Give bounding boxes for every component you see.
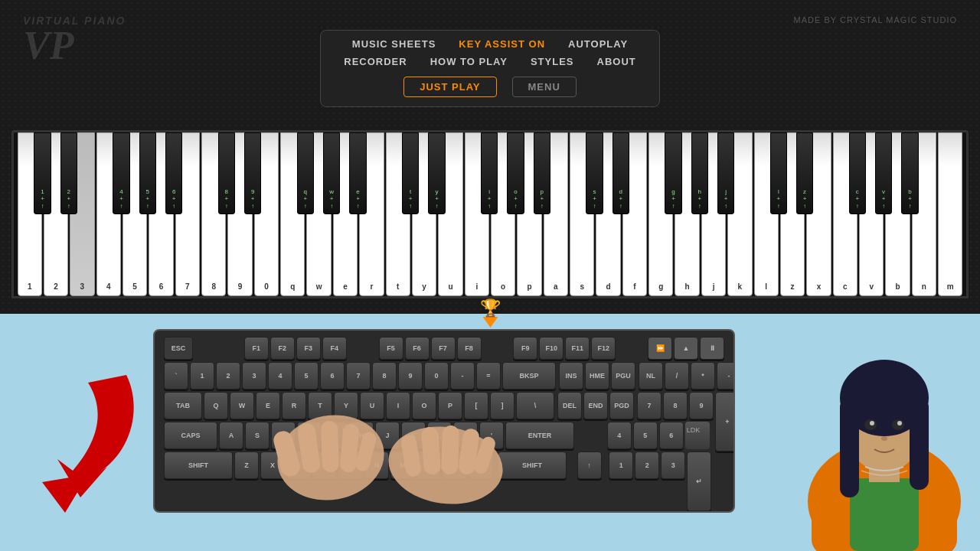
white-key-r[interactable]: r bbox=[359, 132, 384, 296]
white-key-i[interactable]: i bbox=[465, 132, 489, 296]
white-key-p[interactable]: p bbox=[517, 132, 541, 296]
white-key-3[interactable]: 3 bbox=[70, 132, 94, 296]
white-key-7[interactable]: 7 bbox=[175, 132, 200, 296]
u-key: U bbox=[360, 392, 384, 419]
nav-key-assist[interactable]: KEY ASSIST ON bbox=[459, 38, 545, 50]
lbracket-key: [ bbox=[464, 392, 488, 419]
c-key: C bbox=[286, 452, 311, 479]
white-key-q[interactable]: q bbox=[280, 132, 305, 296]
white-key-a[interactable]: a bbox=[544, 132, 568, 296]
action-row: JUST PLAY MENU bbox=[344, 77, 636, 97]
5-key: 5 bbox=[294, 362, 318, 390]
i-key: I bbox=[386, 392, 410, 419]
9-key: 9 bbox=[398, 362, 423, 390]
red-arrow-icon bbox=[19, 360, 142, 513]
num9-key: 9 bbox=[689, 392, 714, 419]
red-arrow-container bbox=[19, 360, 142, 516]
white-key-n[interactable]: n bbox=[912, 132, 936, 296]
white-key-0[interactable]: 0 bbox=[254, 132, 279, 296]
esc-key: ESC bbox=[164, 337, 193, 360]
white-key-c[interactable]: c bbox=[833, 132, 858, 296]
x-key: X bbox=[260, 452, 285, 479]
white-key-j[interactable]: j bbox=[701, 132, 726, 296]
white-key-w[interactable]: w bbox=[306, 132, 331, 296]
f4-key: F4 bbox=[322, 337, 347, 360]
keyboard-fn-row: ESC F1 F2 F3 F4 F5 F6 F7 F8 F9 F10 F11 F… bbox=[164, 337, 724, 360]
white-key-o[interactable]: o bbox=[491, 132, 515, 296]
nav-how-to-play[interactable]: HOW TO PLAY bbox=[430, 56, 508, 67]
white-key-g[interactable]: g bbox=[648, 132, 673, 296]
b-key: B bbox=[338, 452, 363, 479]
d-key: D bbox=[271, 422, 296, 449]
capslock-key: CAPS bbox=[164, 422, 217, 449]
piano-keys-wrapper: 1234567890qwertyuiopasdfghjklzxcvbnm 1+↑… bbox=[0, 130, 980, 298]
o-key: O bbox=[412, 392, 436, 419]
white-key-b[interactable]: b bbox=[885, 132, 910, 296]
nav-music-sheets[interactable]: MUSIC SHEETS bbox=[352, 38, 436, 50]
white-keys-container: 1234567890qwertyuiopasdfghjklzxcvbnm bbox=[17, 132, 963, 296]
f3-key: F3 bbox=[296, 337, 321, 360]
q-key: Q bbox=[204, 392, 228, 419]
white-key-d[interactable]: d bbox=[596, 132, 620, 296]
z-key: Z bbox=[234, 452, 259, 479]
w-key: W bbox=[230, 392, 254, 419]
del-key: DEL bbox=[557, 392, 582, 419]
white-key-m[interactable]: m bbox=[938, 132, 962, 296]
keyboard-zxcv-row: SHIFT Z X C V B N M , . / SHIFT ↑ 1 2 3 … bbox=[164, 452, 724, 479]
connector-arrow bbox=[482, 317, 498, 328]
white-key-y[interactable]: y bbox=[412, 132, 436, 296]
white-key-1[interactable]: 1 bbox=[18, 132, 42, 296]
period-key: . bbox=[443, 452, 467, 479]
g-key: G bbox=[323, 422, 348, 449]
trophy-icon: 🏆 bbox=[480, 300, 501, 317]
piano-header: MUSIC SHEETS KEY ASSIST ON AUTOPLAY RECO… bbox=[0, 0, 980, 130]
numadd-key: + bbox=[715, 392, 735, 452]
white-key-x[interactable]: x bbox=[806, 132, 831, 296]
scroll-key: ▲ bbox=[674, 337, 698, 360]
white-key-2[interactable]: 2 bbox=[44, 132, 68, 296]
white-key-f[interactable]: f bbox=[622, 132, 647, 296]
e-key: E bbox=[256, 392, 280, 419]
f6-key: F6 bbox=[405, 337, 430, 360]
s-key: S bbox=[245, 422, 270, 449]
svg-rect-20 bbox=[910, 398, 929, 490]
person-svg bbox=[796, 325, 972, 551]
white-key-t[interactable]: t bbox=[386, 132, 410, 296]
nav-top-row: MUSIC SHEETS KEY ASSIST ON AUTOPLAY bbox=[344, 38, 636, 50]
white-key-8[interactable]: 8 bbox=[201, 132, 226, 296]
white-key-k[interactable]: k bbox=[727, 132, 752, 296]
white-key-v[interactable]: v bbox=[859, 132, 884, 296]
6-key: 6 bbox=[320, 362, 345, 390]
v-key: V bbox=[312, 452, 337, 479]
t-key: T bbox=[308, 392, 332, 419]
3-key: 3 bbox=[242, 362, 266, 390]
white-key-l[interactable]: l bbox=[754, 132, 779, 296]
1-key: 1 bbox=[190, 362, 214, 390]
keyboard-rows: ESC F1 F2 F3 F4 F5 F6 F7 F8 F9 F10 F11 F… bbox=[155, 331, 733, 511]
white-key-e[interactable]: e bbox=[333, 132, 358, 296]
just-play-button[interactable]: JUST PLAY bbox=[403, 77, 496, 97]
svg-point-23 bbox=[870, 421, 874, 425]
nav-recorder[interactable]: RECORDER bbox=[344, 56, 407, 67]
nav-about[interactable]: ABOUT bbox=[597, 56, 636, 67]
pgup-key: PGU bbox=[611, 362, 635, 390]
white-key-u[interactable]: u bbox=[438, 132, 462, 296]
rshift-key: SHIFT bbox=[498, 452, 567, 479]
white-key-s[interactable]: s bbox=[570, 132, 594, 296]
white-key-9[interactable]: 9 bbox=[227, 132, 252, 296]
white-key-h[interactable]: h bbox=[675, 132, 699, 296]
white-key-z[interactable]: z bbox=[780, 132, 805, 296]
4-key: 4 bbox=[268, 362, 292, 390]
end-key: END bbox=[583, 392, 608, 419]
h-key: H bbox=[349, 422, 374, 449]
menu-button[interactable]: MENU bbox=[512, 77, 577, 97]
svg-point-25 bbox=[881, 436, 887, 441]
7-key: 7 bbox=[346, 362, 371, 390]
white-key-5[interactable]: 5 bbox=[122, 132, 147, 296]
n-key: N bbox=[364, 452, 389, 479]
keyboard-num-row: ` 1 2 3 4 5 6 7 8 9 0 - = BKSP INS HME P… bbox=[164, 362, 724, 390]
white-key-6[interactable]: 6 bbox=[149, 132, 173, 296]
nav-autoplay[interactable]: AUTOPLAY bbox=[568, 38, 628, 50]
nav-styles[interactable]: STYLES bbox=[531, 56, 574, 67]
white-key-4[interactable]: 4 bbox=[96, 132, 121, 296]
